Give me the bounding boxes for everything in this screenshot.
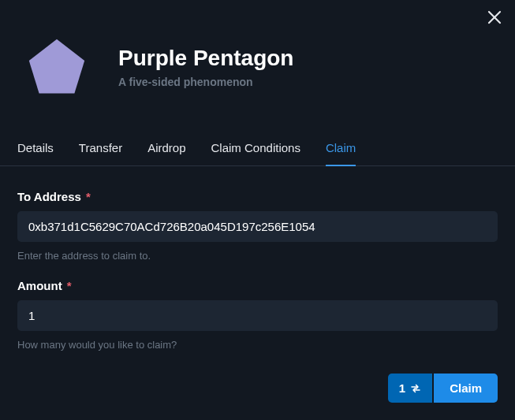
to-address-input[interactable] [17, 211, 498, 242]
required-marker: * [67, 279, 72, 292]
close-button[interactable] [485, 8, 504, 27]
pentagon-icon [25, 35, 88, 98]
amount-label: Amount * [17, 279, 498, 292]
svg-marker-2 [29, 39, 84, 94]
tab-claim-conditions[interactable]: Claim Conditions [211, 141, 300, 166]
close-icon [487, 10, 502, 24]
tab-claim[interactable]: Claim [326, 141, 356, 166]
modal-subtitle: A five-sided phenomenon [118, 76, 498, 88]
token-image [17, 28, 96, 106]
to-address-help: Enter the address to claim to. [17, 250, 498, 262]
claim-button[interactable]: Claim [434, 374, 498, 403]
amount-help: How many would you like to claim? [17, 339, 498, 351]
tab-details[interactable]: Details [17, 141, 54, 166]
amount-field-group: Amount * How many would you like to clai… [17, 279, 498, 351]
tab-transfer[interactable]: Transfer [79, 141, 122, 166]
footer-actions: 1 Claim [388, 374, 498, 403]
amount-input[interactable] [17, 300, 498, 331]
quantity-value: 1 [399, 381, 405, 395]
modal-title: Purple Pentagon [118, 46, 498, 71]
to-address-field-group: To Address * Enter the address to claim … [17, 190, 498, 262]
amount-label-text: Amount [17, 279, 62, 292]
modal-header: Purple Pentagon A five-sided phenomenon [0, 0, 515, 122]
to-address-label-text: To Address [17, 190, 81, 203]
quantity-button[interactable]: 1 [388, 374, 432, 403]
required-marker: * [86, 190, 91, 203]
tab-airdrop[interactable]: Airdrop [147, 141, 185, 166]
claim-form: To Address * Enter the address to claim … [0, 166, 515, 385]
swap-icon [410, 383, 421, 394]
tab-bar: Details Transfer Airdrop Claim Condition… [0, 122, 515, 166]
to-address-label: To Address * [17, 190, 498, 203]
title-block: Purple Pentagon A five-sided phenomenon [118, 46, 498, 88]
